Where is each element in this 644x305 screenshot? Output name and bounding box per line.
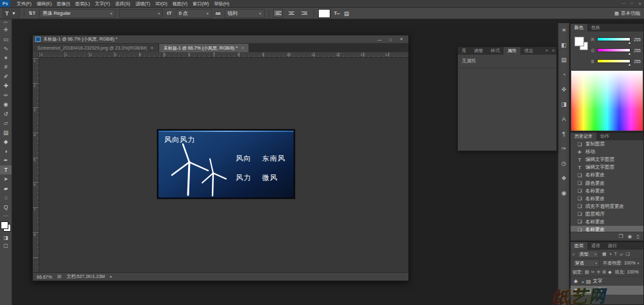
tool-marquee[interactable]: ▭: [0, 35, 12, 44]
text-orientation-icon[interactable]: ⇅T: [28, 10, 35, 16]
history-state[interactable]: ❏ 名称更改: [571, 187, 643, 195]
dock-icon-clone-source[interactable]: ◨: [561, 101, 567, 107]
dock-icon-info[interactable]: ✜: [562, 86, 567, 93]
minimize-icon[interactable]: —: [375, 37, 384, 42]
menu-item[interactable]: 窗口(W): [190, 0, 211, 7]
quick-mask-icon[interactable]: ◨: [0, 234, 12, 241]
menu-item[interactable]: 图层(L): [73, 0, 93, 7]
slider-track[interactable]: ▲: [597, 59, 630, 63]
layer-row-文字[interactable]: ◉ ▸ ▤ 文字: [571, 277, 643, 286]
panel-color-swatches[interactable]: [574, 37, 589, 51]
menu-item[interactable]: 视图(V): [170, 0, 190, 7]
tab-路径[interactable]: 路径: [604, 242, 621, 250]
slider-thumb-icon[interactable]: ▲: [628, 51, 631, 55]
filter-kind-select[interactable]: 类型▾: [577, 250, 599, 258]
dock-icon-character[interactable]: A: [562, 116, 565, 122]
tool-shape[interactable]: ▰: [0, 184, 12, 194]
slider-thumb-icon[interactable]: ▲: [628, 62, 631, 66]
tool-preset[interactable]: T ▾: [3, 8, 20, 18]
zoom-level[interactable]: 66.67%: [37, 275, 52, 279]
tool-blur[interactable]: ◆: [0, 137, 12, 147]
tool-healing-brush[interactable]: ✚: [0, 81, 12, 91]
dock-icon-paragraph[interactable]: ¶: [562, 131, 565, 137]
menu-item[interactable]: 编辑(E): [34, 0, 54, 7]
color-spectrum-ramp[interactable]: [571, 71, 643, 131]
menu-item[interactable]: 帮助(H): [211, 0, 232, 7]
history-state[interactable]: ❏ 名称更改: [571, 218, 643, 226]
document-tab-Screenshot_20180416-232929.png @ 23.3%(RGB/8#)[interactable]: Screenshot_20180416-232929.png @ 23.3%(R…: [33, 44, 159, 52]
toggle-panels-icon[interactable]: ▤: [344, 10, 349, 17]
dock-icon-brushes[interactable]: ✑: [562, 145, 567, 152]
tool-crop[interactable]: #: [0, 62, 12, 72]
ruler-corner[interactable]: [33, 52, 39, 58]
fill-value[interactable]: 100%: [627, 270, 639, 274]
tool-path-select[interactable]: ➤: [0, 174, 12, 184]
menu-item[interactable]: 滤镜(T): [133, 0, 153, 7]
tab-属性[interactable]: 属性: [504, 47, 520, 55]
tab-色板[interactable]: 色板: [587, 24, 604, 32]
tab-图层[interactable]: 图层: [571, 242, 587, 250]
tool-history-brush[interactable]: ↺: [0, 109, 12, 119]
document-tab-未标题-1 @ 66.7% (小风页, RGB/8) *[interactable]: 未标题-1 @ 66.7% (小风页, RGB/8) * ✕: [159, 44, 250, 52]
dock-icon-timeline[interactable]: ◷: [562, 160, 567, 167]
tool-dodge[interactable]: ◑: [0, 147, 12, 156]
new-snapshot-icon[interactable]: ◉: [628, 234, 632, 239]
history-state[interactable]: ❏ 图层顺序: [571, 210, 643, 218]
expand-group-icon[interactable]: ▸: [582, 279, 584, 284]
tool-quick-select[interactable]: ✶: [0, 53, 12, 63]
status-more-icon[interactable]: ▸: [110, 274, 113, 279]
tab-样式[interactable]: 样式: [487, 47, 504, 55]
close-icon[interactable]: ✕: [150, 46, 153, 51]
tool-clone-stamp[interactable]: ◉: [0, 100, 12, 109]
dock-icon-navigator[interactable]: ◔: [562, 71, 565, 78]
align-right-button[interactable]: [300, 9, 310, 17]
slider-thumb-icon[interactable]: ▲: [628, 41, 631, 44]
horizontal-ruler[interactable]: 01234567891011121314: [39, 52, 408, 58]
green-slider[interactable]: G ▲ 255: [591, 46, 641, 55]
menu-item[interactable]: 选择(S): [113, 0, 133, 7]
close-icon[interactable]: ✕: [241, 46, 244, 51]
collapse-panel-icon[interactable]: »: [544, 47, 550, 55]
menu-item[interactable]: 文件(F): [14, 0, 34, 7]
align-center-button[interactable]: [287, 9, 296, 17]
foreground-background-swatches[interactable]: [1, 221, 11, 232]
tool-brush[interactable]: ✑: [0, 91, 12, 100]
tool-eraser[interactable]: ▱: [0, 118, 12, 128]
app-window-control-icon[interactable]: ✕: [636, 1, 644, 6]
history-state[interactable]: T 编辑文字图层: [571, 163, 643, 171]
tab-颜色[interactable]: 颜色: [571, 24, 587, 32]
tool-type[interactable]: T: [0, 165, 12, 175]
panel-menu-icon[interactable]: ≡: [550, 47, 556, 55]
vertical-ruler[interactable]: 12345678: [33, 58, 39, 272]
dock-icon-histogram[interactable]: ▤: [561, 57, 567, 63]
history-state[interactable]: ❏ 名称更改: [571, 195, 643, 203]
restore-icon[interactable]: □: [387, 37, 395, 42]
history-state[interactable]: T 编辑文字图层: [571, 156, 643, 163]
canvas-area[interactable]: 风向风力 风向东南风: [39, 58, 408, 272]
close-icon[interactable]: ✕: [397, 37, 406, 42]
menu-item[interactable]: 文字(Y): [92, 0, 112, 7]
panel-grip[interactable]: ▸▸: [4, 20, 8, 24]
anti-alias-select[interactable]: 锐利▾: [225, 9, 265, 18]
app-window-control-icon[interactable]: —: [619, 1, 628, 6]
tab-通道[interactable]: 通道: [587, 242, 604, 250]
workspace-switcher[interactable]: ▦ 基本功能: [614, 10, 640, 17]
tool-move[interactable]: ✛: [0, 25, 12, 35]
tab-库[interactable]: 库: [458, 47, 470, 55]
text-color-swatch[interactable]: [318, 9, 330, 18]
new-document-from-state-icon[interactable]: ❐: [618, 234, 623, 239]
tab-历史记录[interactable]: 历史记录: [571, 133, 596, 140]
weather-widget-artwork[interactable]: 风向风力 风向东南风: [157, 129, 295, 199]
foreground-color-swatch[interactable]: [574, 37, 584, 46]
align-left-button[interactable]: [273, 9, 283, 17]
menu-item[interactable]: 图像(I): [54, 0, 73, 7]
blend-mode-select[interactable]: 穿透▾: [573, 259, 600, 267]
menu-item[interactable]: 3D(D): [153, 0, 170, 7]
tab-调整[interactable]: 调整: [470, 47, 487, 55]
font-style-select[interactable]: ▾: [119, 9, 163, 18]
history-state[interactable]: ❏ 颜色更改: [571, 179, 643, 187]
history-state[interactable]: ✛ 移动: [571, 148, 643, 156]
font-family-select[interactable]: 黑体 Regular▾: [39, 9, 115, 18]
opacity-value[interactable]: 100%: [624, 261, 636, 265]
slider-track[interactable]: ▲: [597, 37, 630, 41]
